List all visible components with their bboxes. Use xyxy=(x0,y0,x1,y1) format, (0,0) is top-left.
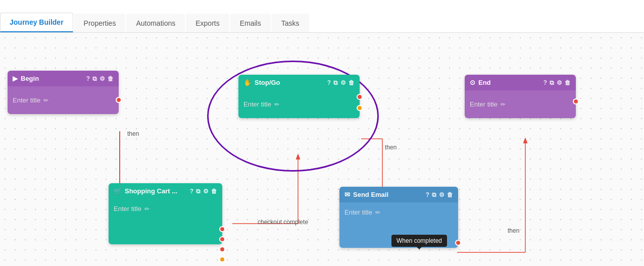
cart-dot-1[interactable] xyxy=(219,226,225,232)
stopgo-body: Enter title ✏ xyxy=(238,90,360,118)
end-body: Enter title ✏ xyxy=(465,90,576,118)
shopping-cart-body: Enter title ✏ xyxy=(109,199,222,244)
shopping-cart-icons: ? ⧉ ⚙ 🗑 xyxy=(190,188,217,195)
stopgo-header: ✋ Stop/Go ? ⧉ ⚙ 🗑 xyxy=(238,75,360,90)
when-completed-tooltip: When completed xyxy=(391,235,447,247)
journey-canvas: ▶ Begin ? ⧉ ⚙ 🗑 Enter title ✏ then ✋ Sto… xyxy=(0,33,644,266)
end-header: ⊙ End ? ⧉ ⚙ 🗑 xyxy=(465,75,576,90)
begin-icons: ? ⧉ ⚙ 🗑 xyxy=(86,75,114,82)
label-then-1: then xyxy=(127,130,139,137)
stopgo-dot-1[interactable] xyxy=(357,94,363,100)
send-email-output-dot[interactable] xyxy=(455,240,461,246)
end-copy-icon[interactable]: ⧉ xyxy=(550,79,554,86)
node-end: ⊙ End ? ⧉ ⚙ 🗑 Enter title ✏ xyxy=(465,75,576,118)
end-icon: ⊙ xyxy=(470,79,475,86)
stopgo-title: Stop/Go xyxy=(255,79,324,86)
end-help-icon[interactable]: ? xyxy=(543,79,547,86)
label-then-2: then xyxy=(385,144,397,151)
cart-dot-4[interactable] xyxy=(219,256,225,262)
stopgo-help-icon[interactable]: ? xyxy=(327,79,331,86)
shopping-cart-body-text: Enter title xyxy=(114,205,141,212)
end-icons: ? ⧉ ⚙ 🗑 xyxy=(543,79,571,86)
stopgo-icon: ✋ xyxy=(243,79,252,86)
node-begin: ▶ Begin ? ⧉ ⚙ 🗑 Enter title ✏ xyxy=(8,71,119,114)
tab-automations[interactable]: Automations xyxy=(126,14,185,32)
begin-body: Enter title ✏ xyxy=(8,86,119,114)
begin-gear-icon[interactable]: ⚙ xyxy=(100,75,105,82)
end-trash-icon[interactable]: 🗑 xyxy=(565,79,571,86)
shopping-cart-help-icon[interactable]: ? xyxy=(190,188,193,195)
begin-output-dot[interactable] xyxy=(116,97,122,103)
send-email-title: Send Email xyxy=(353,191,423,198)
send-email-pencil-icon[interactable]: ✏ xyxy=(375,209,380,216)
send-email-header: ✉ Send Email ? ⧉ ⚙ 🗑 xyxy=(339,187,458,202)
begin-title: Begin xyxy=(21,75,83,82)
stopgo-body-text: Enter title xyxy=(243,100,271,108)
stopgo-icons: ? ⧉ ⚙ 🗑 xyxy=(327,79,355,86)
tab-exports[interactable]: Exports xyxy=(186,14,229,32)
end-output-dot[interactable] xyxy=(573,98,579,104)
begin-trash-icon[interactable]: 🗑 xyxy=(108,75,114,82)
send-email-trash-icon[interactable]: 🗑 xyxy=(447,191,453,198)
send-email-icon: ✉ xyxy=(344,191,350,198)
stopgo-copy-icon[interactable]: ⧉ xyxy=(333,79,338,86)
begin-help-icon[interactable]: ? xyxy=(86,75,90,82)
shopping-cart-title: Shopping Cart ... xyxy=(125,187,187,195)
begin-body-text: Enter title xyxy=(13,96,40,104)
end-pencil-icon[interactable]: ✏ xyxy=(501,101,506,108)
end-title: End xyxy=(478,79,540,86)
begin-icon: ▶ xyxy=(13,75,18,82)
tab-emails[interactable]: Emails xyxy=(230,14,271,32)
shopping-cart-copy-icon[interactable]: ⧉ xyxy=(196,188,201,195)
tab-journey-builder[interactable]: Journey Builder xyxy=(0,13,73,32)
tab-tasks[interactable]: Tasks xyxy=(272,14,309,32)
stopgo-pencil-icon[interactable]: ✏ xyxy=(274,101,279,108)
shopping-cart-header: 🛒 Shopping Cart ... ? ⧉ ⚙ 🗑 xyxy=(109,183,222,199)
connectors-svg xyxy=(0,33,644,266)
stopgo-trash-icon[interactable]: 🗑 xyxy=(349,79,355,86)
tab-properties[interactable]: Properties xyxy=(74,14,126,32)
begin-header: ▶ Begin ? ⧉ ⚙ 🗑 xyxy=(8,71,119,86)
end-gear-icon[interactable]: ⚙ xyxy=(557,79,562,86)
node-shopping-cart: 🛒 Shopping Cart ... ? ⧉ ⚙ 🗑 Enter title … xyxy=(109,183,222,244)
send-email-body-text: Enter title xyxy=(344,208,372,216)
label-then-3: then xyxy=(508,227,519,234)
stopgo-gear-icon[interactable]: ⚙ xyxy=(340,79,346,86)
shopping-cart-pencil-icon[interactable]: ✏ xyxy=(144,205,150,212)
send-email-gear-icon[interactable]: ⚙ xyxy=(439,191,444,198)
begin-copy-icon[interactable]: ⧉ xyxy=(92,75,97,82)
shopping-cart-icon: 🛒 xyxy=(114,187,122,195)
cart-dot-2[interactable] xyxy=(219,236,225,242)
label-checkout-complete: checkout complete xyxy=(258,219,308,226)
shopping-cart-trash-icon[interactable]: 🗑 xyxy=(211,188,217,195)
tab-bar: Journey Builder Properties Automations E… xyxy=(0,0,644,33)
send-email-copy-icon[interactable]: ⧉ xyxy=(432,191,436,198)
cart-dot-3[interactable] xyxy=(219,246,225,252)
node-stopgo: ✋ Stop/Go ? ⧉ ⚙ 🗑 Enter title ✏ xyxy=(238,75,360,118)
end-body-text: Enter title xyxy=(470,100,498,108)
shopping-cart-gear-icon[interactable]: ⚙ xyxy=(203,188,209,195)
send-email-icons: ? ⧉ ⚙ 🗑 xyxy=(426,191,453,198)
send-email-help-icon[interactable]: ? xyxy=(426,191,429,198)
stopgo-dot-2[interactable] xyxy=(357,105,363,111)
begin-pencil-icon[interactable]: ✏ xyxy=(43,97,48,104)
